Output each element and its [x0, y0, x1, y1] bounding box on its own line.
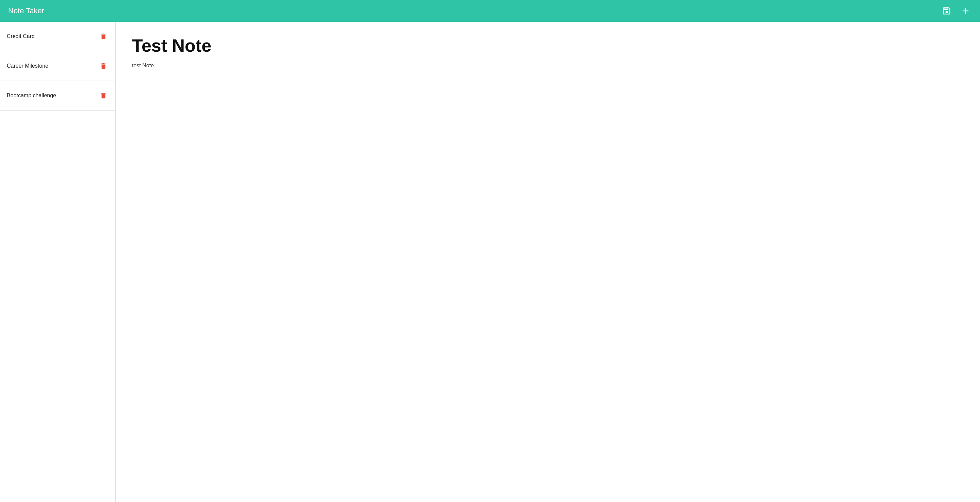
add-note-button[interactable]	[959, 5, 972, 17]
note-list-item-title: Credit Card	[7, 33, 35, 40]
save-button[interactable]	[940, 5, 953, 17]
add-icon	[961, 6, 970, 16]
main-layout: Credit Card Career Milestone Bootcamp ch…	[0, 22, 980, 502]
list-item[interactable]: Bootcamp challenge	[0, 81, 115, 111]
delete-note-button[interactable]	[98, 61, 108, 71]
note-body: test Note	[132, 63, 964, 69]
app-title: Note Taker	[8, 6, 44, 15]
trash-icon	[100, 92, 107, 99]
notes-sidebar: Credit Card Career Milestone Bootcamp ch…	[0, 22, 116, 502]
delete-note-button[interactable]	[98, 31, 108, 41]
note-list-item-title: Bootcamp challenge	[7, 92, 56, 98]
list-item[interactable]: Career Milestone	[0, 51, 115, 81]
trash-icon	[100, 62, 107, 70]
delete-note-button[interactable]	[98, 91, 108, 101]
trash-icon	[100, 33, 107, 40]
list-item[interactable]: Credit Card	[0, 22, 115, 51]
app-header: Note Taker	[0, 0, 980, 22]
save-icon	[942, 6, 951, 16]
header-actions	[940, 5, 972, 17]
note-detail-panel: Test Note test Note	[116, 22, 980, 502]
note-list-item-title: Career Milestone	[7, 63, 48, 69]
note-title: Test Note	[132, 35, 964, 56]
